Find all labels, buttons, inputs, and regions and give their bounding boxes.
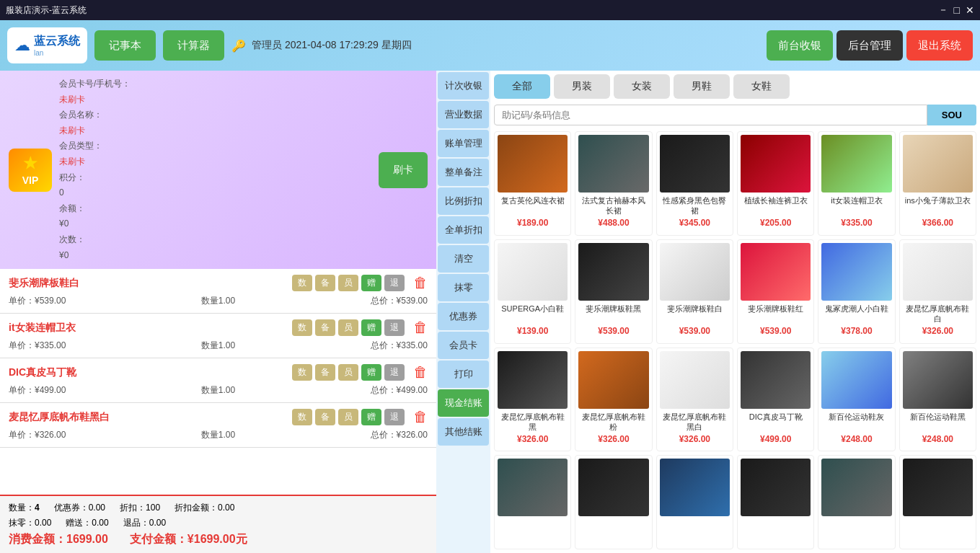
product-card[interactable]: 麦昆忆厚底帆布鞋黑白 ¥326.00 [656, 348, 733, 452]
nav-order-note[interactable]: 整单备注 [438, 159, 489, 186]
qty-button[interactable]: 数 [292, 319, 312, 336]
product-card[interactable] [575, 455, 652, 549]
note-button[interactable]: 备 [315, 409, 335, 425]
notebook-button[interactable]: 记事本 [94, 30, 156, 61]
cat-tab-men-shoes[interactable]: 男鞋 [674, 74, 730, 99]
quantity-summary: 数量：4 [9, 502, 40, 514]
nav-other-checkout[interactable]: 其他结账 [438, 418, 489, 446]
product-card[interactable]: it女装连帽卫衣 ¥335.00 [818, 131, 895, 236]
nav-bill-management[interactable]: 账单管理 [438, 130, 489, 157]
nav-business-data[interactable]: 营业数据 [438, 101, 489, 128]
cart-item-name[interactable]: 麦昆忆厚底帆布鞋黑白 [9, 411, 110, 424]
product-card[interactable]: SUPERGA小白鞋 ¥139.00 [494, 239, 571, 344]
product-card[interactable]: 麦昆忆厚底帆布鞋黑 ¥326.00 [494, 348, 571, 452]
product-card[interactable] [818, 455, 895, 549]
return-button[interactable]: 退 [384, 275, 405, 291]
product-card[interactable]: 复古英伦风连衣裙 ¥189.00 [494, 131, 571, 236]
logo-text: 蓝云系统 lan [34, 34, 80, 57]
scan-card-button[interactable]: 刷卡 [379, 152, 428, 188]
cat-tab-men-clothing[interactable]: 男装 [554, 74, 610, 99]
member-button[interactable]: 员 [338, 364, 358, 381]
product-name: 麦昆忆厚底帆布鞋黑白 [660, 412, 730, 432]
member-button[interactable]: 员 [338, 409, 358, 425]
return-button[interactable]: 退 [384, 364, 405, 381]
product-card[interactable] [656, 455, 733, 549]
product-card[interactable]: 新百伦运动鞋黑 ¥248.00 [899, 348, 976, 452]
return-button[interactable]: 退 [384, 409, 405, 425]
nav-clear[interactable]: 清空 [438, 245, 489, 273]
product-price: ¥248.00 [903, 434, 973, 444]
product-card[interactable]: 法式复古袖赫本风长裙 ¥488.00 [575, 131, 652, 236]
product-image [741, 351, 811, 409]
product-card[interactable] [494, 455, 571, 549]
nav-cash-checkout[interactable]: 现金结账 [438, 389, 489, 417]
product-name [903, 519, 973, 539]
cat-tab-women-clothing[interactable]: 女装 [614, 74, 670, 99]
cat-tab-women-shoes[interactable]: 女鞋 [733, 74, 790, 99]
product-card[interactable]: 斐乐潮牌板鞋红 ¥539.00 [737, 239, 814, 344]
product-card[interactable] [737, 455, 814, 549]
search-bar: SOU [494, 105, 976, 125]
window-title: 服装店演示-蓝云系统 [6, 4, 938, 17]
nav-ratio-discount[interactable]: 比例折扣 [438, 187, 489, 215]
delete-icon[interactable]: 🗑 [413, 409, 428, 425]
exit-button[interactable]: 退出系统 [906, 30, 973, 61]
note-button[interactable]: 备 [315, 275, 335, 291]
delete-icon[interactable]: 🗑 [413, 364, 428, 381]
product-card[interactable]: 麦昆忆厚底帆布鞋粉 ¥326.00 [575, 348, 652, 452]
cart-item-buttons: 数 备 员 赠 退 🗑 [292, 364, 428, 381]
delete-icon[interactable]: 🗑 [413, 275, 428, 291]
close-button[interactable]: ✕ [966, 4, 974, 17]
product-card[interactable]: DIC真皮马丁靴 ¥499.00 [737, 348, 814, 452]
product-card[interactable]: 新百伦运动鞋灰 ¥248.00 [818, 348, 895, 452]
note-button[interactable]: 备 [315, 319, 335, 336]
nav-count-checkout[interactable]: 计次收银 [438, 72, 489, 99]
minimize-button[interactable]: － [938, 4, 948, 17]
product-card[interactable]: 斐乐潮牌板鞋黑 ¥539.00 [575, 239, 652, 344]
member-button[interactable]: 员 [338, 319, 358, 336]
back-office-button[interactable]: 后台管理 [836, 30, 903, 61]
return-button[interactable]: 退 [384, 319, 405, 336]
search-button[interactable]: SOU [927, 105, 976, 125]
qty-button[interactable]: 数 [292, 364, 312, 381]
qty-button[interactable]: 数 [292, 275, 312, 291]
nav-full-discount[interactable]: 全单折扣 [438, 216, 489, 244]
maximize-button[interactable]: □ [954, 4, 960, 17]
note-button[interactable]: 备 [315, 364, 335, 381]
product-card[interactable]: 斐乐潮牌板鞋白 ¥539.00 [656, 239, 733, 344]
nav-print[interactable]: 打印 [438, 360, 489, 388]
cart-item-name[interactable]: 斐乐潮牌板鞋白 [9, 277, 79, 290]
cat-tab-all[interactable]: 全部 [494, 74, 550, 99]
gift-button[interactable]: 赠 [361, 319, 381, 336]
nav-erase[interactable]: 抹零 [438, 274, 489, 301]
product-image [903, 351, 973, 409]
calculator-button[interactable]: 计算器 [163, 30, 224, 61]
product-image [660, 243, 730, 301]
product-card[interactable]: 性感紧身黑色包臀裙 ¥345.00 [656, 131, 733, 236]
product-image [821, 351, 891, 409]
delete-icon[interactable]: 🗑 [413, 319, 428, 336]
cart-item-name[interactable]: DIC真皮马丁靴 [9, 366, 76, 379]
product-card[interactable]: ins小兔子薄款卫衣 ¥366.00 [899, 131, 976, 236]
front-desk-button[interactable]: 前台收银 [767, 30, 833, 61]
cart-item: it女装连帽卫衣 数 备 员 赠 退 🗑 单价：¥335.00 数量1.00 总… [0, 314, 436, 358]
cart-item-buttons: 数 备 员 赠 退 🗑 [292, 409, 428, 425]
gift-button[interactable]: 赠 [361, 409, 381, 425]
nav-coupon[interactable]: 优惠券 [438, 303, 489, 330]
product-card[interactable] [899, 455, 976, 549]
product-card[interactable]: 麦昆忆厚底帆布鞋白 ¥326.00 [899, 239, 976, 344]
gift-button[interactable]: 赠 [361, 275, 381, 291]
product-image [741, 135, 811, 193]
product-price: ¥335.00 [821, 218, 891, 228]
product-card[interactable]: 植绒长袖连裤卫衣 ¥205.00 [737, 131, 814, 236]
nav-member-card[interactable]: 会员卡 [438, 332, 489, 359]
product-price: ¥539.00 [578, 326, 648, 336]
cart-item-name[interactable]: it女装连帽卫衣 [9, 322, 76, 335]
gift-button[interactable]: 赠 [361, 364, 381, 381]
gift-summary: 赠送：0.00 [66, 517, 108, 529]
search-input[interactable] [494, 105, 927, 125]
consume-amount: 消费金额：1699.00 [9, 532, 108, 547]
qty-button[interactable]: 数 [292, 409, 312, 425]
product-card[interactable]: 鬼冢虎潮人小白鞋 ¥378.00 [818, 239, 895, 344]
member-button[interactable]: 员 [338, 275, 358, 291]
